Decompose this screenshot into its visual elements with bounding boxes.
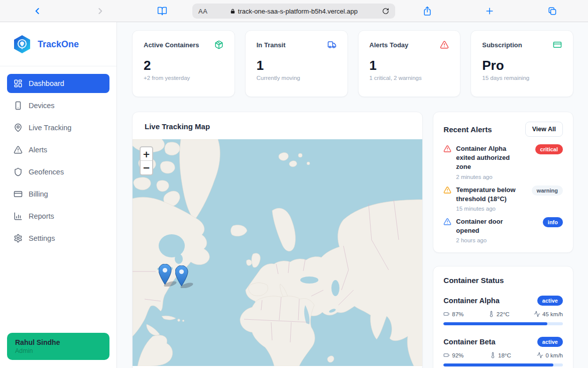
sidebar: TrackOne DashboardDevicesLive TrackingAl…: [0, 22, 117, 368]
settings-icon: [14, 234, 23, 243]
thermometer-icon: [488, 311, 495, 317]
alert-triangle-icon: [443, 145, 451, 153]
stat-value: 1: [370, 58, 449, 73]
temperature-value: 22°C: [497, 311, 510, 317]
forward-icon[interactable]: [92, 4, 107, 19]
sidebar-item-settings[interactable]: Settings: [7, 229, 109, 248]
temperature-value: 18°C: [498, 352, 511, 358]
sidebar-item-alerts[interactable]: Alerts: [7, 140, 109, 159]
refresh-icon[interactable]: [380, 6, 391, 17]
user-role: Admin: [15, 347, 101, 354]
new-tab-icon[interactable]: [482, 4, 497, 19]
stat-subtitle: 15 days remaining: [482, 75, 562, 81]
alert-message: Temperature below threshold (18°C): [456, 186, 525, 204]
alert-row: Temperature below threshold (18°C)15 min…: [443, 186, 563, 212]
battery-icon: [443, 311, 450, 317]
stat-subtitle: Currently moving: [257, 75, 336, 81]
billing-icon: [14, 190, 23, 199]
sidebar-item-live-tracking[interactable]: Live Tracking: [7, 118, 109, 137]
stat-card-active-containers: Active Containers2+2 from yesterday: [132, 30, 235, 97]
stat-card-subscription: SubscriptionPro15 days remaining: [471, 30, 573, 97]
lock-icon: [230, 9, 236, 14]
dashboard-icon: [14, 79, 23, 88]
map-marker[interactable]: [175, 265, 198, 288]
recent-alerts-card: Recent Alerts View All Container Alpha e…: [433, 112, 573, 253]
status-badge: active: [537, 296, 563, 306]
zoom-out-button[interactable]: −: [141, 161, 152, 174]
activity-icon: [537, 352, 543, 358]
stat-title: Active Containers: [144, 41, 199, 49]
stat-card-in-transit: In Transit1Currently moving: [245, 30, 348, 97]
battery-icon: [443, 352, 450, 358]
status-badge: active: [537, 337, 563, 347]
view-all-button[interactable]: View All: [525, 122, 563, 137]
severity-badge: warning: [532, 186, 563, 196]
address-bar[interactable]: AA track-one-saa-s-platform-b5h4.vercel.…: [192, 4, 395, 19]
sidebar-item-label: Alerts: [29, 146, 47, 154]
severity-badge: info: [543, 217, 563, 227]
alert-message: Container Alpha exited authorized zone: [456, 144, 525, 172]
stats-row: Active Containers2+2 from yesterdayIn Tr…: [132, 30, 573, 97]
live-tracking-map-card: Live Tracking Map: [132, 112, 423, 368]
alert-row: Container door opened2 hours agoinfo: [443, 217, 563, 243]
map-canvas[interactable]: + −: [133, 139, 423, 366]
browser-toolbar: AA track-one-saa-s-platform-b5h4.vercel.…: [0, 0, 588, 22]
sidebar-nav: DashboardDevicesLive TrackingAlertsGeofe…: [0, 66, 116, 333]
alert-triangle-icon: [440, 40, 449, 49]
alert-time: 2 minutes ago: [456, 174, 530, 180]
world-map: [133, 139, 423, 366]
container-row: Container Alphaactive87%22°C45 km/h: [443, 296, 563, 325]
battery-value: 92%: [452, 352, 463, 358]
alert-list: Container Alpha exited authorized zone2 …: [443, 144, 563, 243]
reports-icon: [14, 212, 23, 221]
tabs-overview-icon[interactable]: [545, 4, 560, 19]
stat-title: In Transit: [257, 41, 286, 49]
stat-title: Alerts Today: [370, 41, 409, 49]
stat-subtitle: 1 critical, 2 warnings: [370, 75, 449, 81]
user-card[interactable]: Rahul Sindhe Admin: [7, 333, 109, 360]
sidebar-item-reports[interactable]: Reports: [7, 207, 109, 226]
back-icon[interactable]: [30, 4, 45, 19]
severity-badge: critical: [535, 144, 563, 154]
stat-value: 2: [144, 58, 223, 73]
alert-time: 2 hours ago: [456, 237, 538, 243]
sidebar-item-devices[interactable]: Devices: [7, 96, 109, 115]
speed-value: 45 km/h: [542, 311, 563, 317]
stat-card-alerts-today: Alerts Today11 critical, 2 warnings: [358, 30, 461, 97]
bookmarks-icon[interactable]: [155, 4, 170, 19]
sidebar-item-label: Billing: [29, 190, 48, 198]
thermometer-icon: [490, 352, 496, 358]
stat-value: 1: [257, 58, 336, 73]
map-zoom-control: + −: [140, 146, 153, 175]
package-icon: [214, 40, 223, 49]
credit-card-icon: [553, 40, 562, 49]
alert-message: Container door opened: [456, 217, 525, 235]
url-display: track-one-saa-s-platform-b5h4.vercel.app: [192, 8, 395, 15]
zoom-in-button[interactable]: +: [141, 147, 152, 161]
recent-alerts-title: Recent Alerts: [443, 125, 492, 134]
container-list: Container Alphaactive87%22°C45 km/hConta…: [443, 296, 563, 368]
live-tracking-icon: [14, 123, 23, 132]
activity-icon: [534, 311, 540, 317]
reader-options-button[interactable]: AA: [198, 8, 207, 15]
progress-bar: [443, 322, 563, 325]
sidebar-item-label: Settings: [29, 234, 55, 242]
sidebar-item-label: Reports: [29, 212, 54, 220]
sidebar-item-geofences[interactable]: Geofences: [7, 162, 109, 181]
sidebar-item-dashboard[interactable]: Dashboard: [7, 74, 109, 93]
sidebar-item-billing[interactable]: Billing: [7, 185, 109, 204]
sidebar-item-label: Geofences: [29, 168, 64, 176]
alert-triangle-icon: [443, 186, 451, 194]
share-icon[interactable]: [420, 4, 435, 19]
trackone-logo-icon: [12, 34, 32, 54]
alert-time: 15 minutes ago: [456, 206, 527, 212]
stat-title: Subscription: [482, 41, 522, 49]
container-status-title: Container Status: [443, 276, 504, 285]
url-text: track-one-saa-s-platform-b5h4.vercel.app: [238, 8, 358, 15]
sidebar-item-label: Devices: [29, 102, 55, 110]
main-content: Active Containers2+2 from yesterdayIn Tr…: [117, 22, 588, 368]
brand-block: TrackOne: [0, 22, 116, 66]
user-name: Rahul Sindhe: [15, 338, 101, 346]
progress-bar: [443, 363, 563, 366]
sidebar-item-label: Live Tracking: [29, 124, 71, 132]
